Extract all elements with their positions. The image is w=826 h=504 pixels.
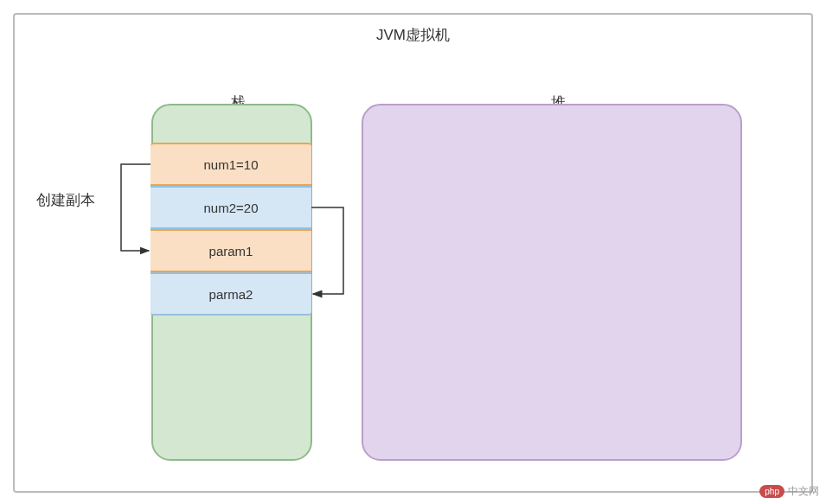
stack-frame-num1: num1=10	[150, 143, 311, 186]
stack-frame-param2: parma2	[150, 272, 311, 316]
watermark-badge: php	[759, 485, 784, 498]
watermark-text: 中文网	[788, 484, 819, 499]
watermark: php 中文网	[759, 484, 819, 499]
stack-frame-param1: param1	[150, 229, 311, 272]
jvm-title: JVM虚拟机	[376, 25, 450, 45]
heap-box	[362, 104, 742, 461]
stack-frame-num2: num2=20	[150, 186, 311, 229]
copy-label: 创建副本	[36, 190, 95, 210]
